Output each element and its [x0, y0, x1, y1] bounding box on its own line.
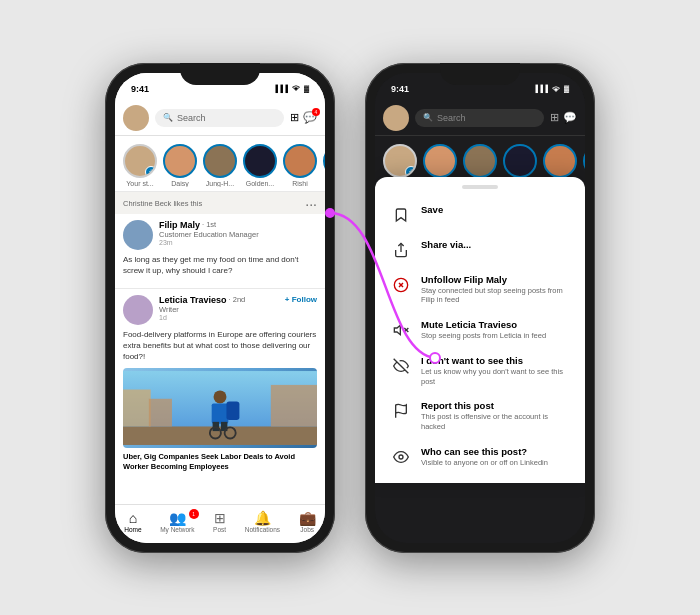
nav-post-label: Post	[213, 526, 226, 533]
network-badge: 1	[189, 509, 199, 519]
post2-title: Writer	[159, 305, 317, 314]
post-icon: ⊞	[214, 511, 226, 525]
story-avatar-r5	[583, 144, 585, 178]
notifications-icon: 🔔	[254, 511, 271, 525]
post1-info: Filip Maly · 1st Customer Education Mana…	[159, 220, 317, 246]
battery-icon: ▓	[304, 85, 309, 92]
nav-home-label: Home	[124, 526, 141, 533]
bottom-nav-left: ⌂ Home 👥 1 My Network ⊞ Post 🔔 Notificat…	[115, 504, 325, 543]
qr-icon-right[interactable]: ⊞	[550, 111, 559, 124]
nav-jobs[interactable]: 💼 Jobs	[299, 511, 316, 533]
battery-icon-right: ▓	[564, 85, 569, 92]
menu-item-report[interactable]: Report this post This post is offensive …	[375, 393, 585, 439]
story-avatar-r3	[503, 144, 537, 178]
jobs-icon: 💼	[299, 511, 316, 525]
search-placeholder-right: Search	[437, 113, 466, 123]
status-icons-left: ▐▐▐ ▓	[273, 84, 309, 94]
menu-hide-content: I don't want to see this Let us know why…	[421, 355, 569, 387]
menu-item-save[interactable]: Save	[375, 197, 585, 232]
add-story-icon: +	[145, 166, 157, 178]
story-avatar-r4	[543, 144, 577, 178]
post2-image	[123, 368, 317, 448]
menu-hide-title: I don't want to see this	[421, 355, 569, 366]
story-avatar-5	[323, 144, 325, 178]
left-phone: 9:41 ▐▐▐ ▓ 🔍 Search ⊞	[105, 63, 335, 553]
mute-icon	[391, 320, 411, 340]
menu-save-content: Save	[421, 204, 443, 215]
post1-avatar[interactable]	[123, 220, 153, 250]
post2-text: Food-delivery platforms in Europe are of…	[123, 329, 317, 363]
search-action-icons: ⊞ 💬 4	[290, 111, 317, 124]
menu-hide-desc: Let us know why you don't want to see th…	[421, 367, 569, 387]
menu-handle	[462, 185, 498, 189]
post1-time: 23m	[159, 239, 317, 246]
story-avatar-4	[283, 144, 317, 178]
story-yours[interactable]: + Your st...	[123, 144, 157, 187]
nav-network-label: My Network	[160, 526, 194, 533]
story-avatar-r2	[463, 144, 497, 178]
menu-item-visibility[interactable]: Who can see this post? Visible to anyone…	[375, 439, 585, 475]
menu-item-share[interactable]: Share via...	[375, 232, 585, 267]
svg-rect-4	[271, 385, 317, 427]
feed-post-2: Leticia Travieso · 2nd + Follow Writer 1…	[115, 288, 325, 478]
story-jung[interactable]: Jung-H...	[203, 144, 237, 187]
story-label-3: Golden...	[246, 180, 274, 187]
follow-button[interactable]: + Follow	[285, 295, 317, 304]
story-daisy[interactable]: Daisy	[163, 144, 197, 187]
home-icon: ⌂	[129, 511, 137, 525]
stories-row-left: + Your st... Daisy Jung-H... Golden...	[115, 136, 325, 192]
status-icons-right: ▐▐▐ ▓	[533, 85, 569, 93]
save-icon	[391, 205, 411, 225]
add-story-icon-r: +	[405, 166, 417, 178]
svg-rect-8	[213, 422, 219, 431]
menu-item-mute[interactable]: Mute Leticia Travieso Stop seeing posts …	[375, 312, 585, 348]
wifi-icon	[291, 84, 301, 94]
svg-point-23	[399, 455, 403, 459]
menu-item-hide[interactable]: I don't want to see this Let us know why…	[375, 348, 585, 394]
menu-report-title: Report this post	[421, 400, 569, 411]
visibility-icon	[391, 447, 411, 467]
message-icon-right[interactable]: 💬	[563, 111, 577, 124]
post1-text: As long as they get me my food on time a…	[123, 254, 317, 276]
feed-post-1: Filip Maly · 1st Customer Education Mana…	[115, 214, 325, 288]
menu-unfollow-desc: Stay connected but stop seeing posts fro…	[421, 286, 569, 306]
story-avatar-1	[163, 144, 197, 178]
nav-notifications-label: Notifications	[245, 526, 280, 533]
svg-rect-7	[226, 402, 239, 420]
search-input-left[interactable]: 🔍 Search	[155, 109, 284, 127]
post-options-dots[interactable]: ···	[305, 196, 317, 212]
svg-rect-3	[149, 399, 172, 427]
search-action-icons-right: ⊞ 💬	[550, 111, 577, 124]
story-rishi[interactable]: Rishi	[283, 144, 317, 187]
story-golden[interactable]: Golden...	[243, 144, 277, 187]
menu-item-unfollow[interactable]: Unfollow Filip Maly Stay connected but s…	[375, 267, 585, 313]
story-fatim-r[interactable]: Fatim...	[583, 144, 585, 187]
search-input-right[interactable]: 🔍 Search	[415, 109, 544, 127]
user-avatar-right[interactable]	[383, 105, 409, 131]
left-screen: 9:41 ▐▐▐ ▓ 🔍 Search ⊞	[115, 73, 325, 543]
nav-notifications[interactable]: 🔔 Notifications	[245, 511, 280, 533]
story-fatim[interactable]: Fatim...	[323, 144, 325, 187]
menu-share-title: Share via...	[421, 239, 471, 250]
post1-title: Customer Education Manager	[159, 230, 317, 239]
search-placeholder-left: Search	[177, 113, 206, 123]
signal-icon-right: ▐▐▐	[533, 85, 548, 92]
signal-icon: ▐▐▐	[273, 85, 288, 92]
message-icon[interactable]: 💬 4	[303, 111, 317, 124]
user-avatar-left[interactable]	[123, 105, 149, 131]
nav-post[interactable]: ⊞ Post	[213, 511, 226, 533]
post2-degree: · 2nd	[229, 295, 246, 304]
post1-name: Filip Maly	[159, 220, 200, 230]
wifi-icon-right	[551, 85, 561, 93]
menu-report-content: Report this post This post is offensive …	[421, 400, 569, 432]
likes-text: Christine Beck likes this	[123, 199, 202, 208]
post2-time: 1d	[159, 314, 317, 321]
qr-icon[interactable]: ⊞	[290, 111, 299, 124]
svg-point-5	[214, 391, 227, 404]
post2-avatar[interactable]	[123, 295, 153, 325]
story-avatar-yours: +	[123, 144, 157, 178]
nav-home[interactable]: ⌂ Home	[124, 511, 141, 533]
svg-marker-18	[394, 325, 400, 334]
nav-network[interactable]: 👥 1 My Network	[160, 511, 194, 533]
right-screen: 9:41 ▐▐▐ ▓ 🔍 Search ⊞ 💬	[375, 73, 585, 543]
